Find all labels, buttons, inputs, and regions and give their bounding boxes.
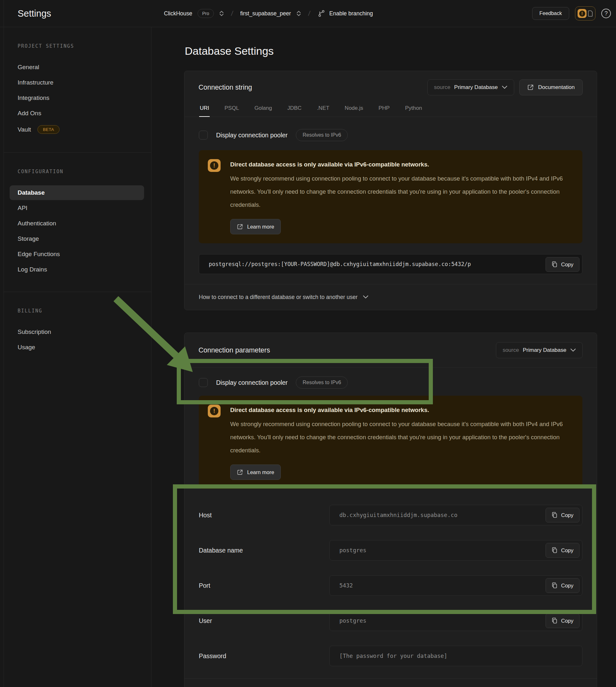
feedback-button[interactable]: Feedback bbox=[532, 7, 569, 20]
section-label-billing: BILLING bbox=[0, 308, 151, 314]
port-field[interactable]: 5432 Copy bbox=[329, 575, 582, 596]
copy-connection-string-button[interactable]: Copy bbox=[546, 257, 579, 272]
warning-icon: ! bbox=[208, 405, 221, 418]
sidebar-item-storage[interactable]: Storage bbox=[0, 231, 144, 246]
tab-python[interactable]: Python bbox=[404, 104, 423, 116]
connection-parameters-card: Connection parameters source Primary Dat… bbox=[184, 333, 597, 687]
param-row-user: User postgres Copy bbox=[199, 611, 582, 631]
port-value: 5432 bbox=[330, 576, 582, 595]
user-field[interactable]: postgres Copy bbox=[329, 611, 582, 631]
org-switcher-icon[interactable] bbox=[219, 10, 224, 17]
sidebar-item-add-ons[interactable]: Add Ons bbox=[0, 106, 144, 121]
project-switcher-icon[interactable] bbox=[296, 10, 301, 17]
password-label: Password bbox=[199, 652, 329, 660]
section-configuration: CONFIGURATION Database API Authenticatio… bbox=[0, 153, 151, 292]
connection-string-card: Connection string source Primary Databas… bbox=[184, 71, 597, 310]
param-row-port: Port 5432 Copy bbox=[199, 575, 582, 596]
git-branch-icon bbox=[317, 9, 326, 18]
sidebar-item-edge-functions[interactable]: Edge Functions bbox=[0, 247, 144, 262]
copy-icon bbox=[552, 512, 557, 518]
connection-string-tabs: URI PSQL Golang JDBC .NET Node.js PHP Py… bbox=[184, 104, 597, 117]
copy-database-name-button[interactable]: Copy bbox=[546, 543, 579, 558]
sidebar-item-vault[interactable]: Vault BETA bbox=[0, 121, 144, 138]
section-label-project-settings: PROJECT SETTINGS bbox=[0, 43, 151, 49]
tab-psql[interactable]: PSQL bbox=[224, 104, 240, 116]
top-header: Settings ClickHouse Pro / first_supabase… bbox=[0, 0, 616, 27]
chevron-down-icon bbox=[363, 295, 369, 299]
pooler-label: Display connection pooler bbox=[216, 132, 287, 139]
beta-badge: BETA bbox=[38, 125, 60, 134]
tab-jdbc[interactable]: JDBC bbox=[287, 104, 302, 116]
copy-icon bbox=[552, 618, 557, 624]
breadcrumb-separator: / bbox=[231, 9, 234, 17]
tab-nodejs[interactable]: Node.js bbox=[344, 104, 364, 116]
documentation-button[interactable]: Documentation bbox=[519, 80, 583, 95]
password-field[interactable]: [The password for your database] bbox=[329, 646, 582, 666]
database-name-field[interactable]: postgres Copy bbox=[329, 540, 582, 560]
breadcrumb-separator: / bbox=[308, 9, 311, 17]
external-link-icon bbox=[527, 84, 534, 91]
sidebar-item-subscription[interactable]: Subscription bbox=[0, 325, 144, 339]
alert-icon: ! bbox=[577, 9, 587, 18]
sidebar-item-usage[interactable]: Usage bbox=[0, 340, 144, 355]
tab-php[interactable]: PHP bbox=[378, 104, 390, 116]
pooler-label: Display connection pooler bbox=[216, 379, 287, 386]
sidebar-item-general[interactable]: General bbox=[0, 60, 144, 74]
source-select[interactable]: source Primary Database bbox=[496, 342, 583, 358]
page-title: Database Settings bbox=[185, 45, 597, 57]
database-settings-page: Settings ClickHouse Pro / first_supabase… bbox=[0, 0, 616, 687]
copy-user-button[interactable]: Copy bbox=[546, 613, 579, 628]
sidebar-item-api[interactable]: API bbox=[0, 201, 144, 216]
resolves-to-ipv6-badge: Resolves to IPv6 bbox=[296, 376, 348, 389]
host-label: Host bbox=[199, 512, 329, 519]
connection-string-value: postgresql://postgres:[YOUR-PASSWORD]@db… bbox=[199, 254, 582, 274]
sidebar-item-integrations[interactable]: Integrations bbox=[0, 91, 144, 105]
chevron-down-icon bbox=[570, 348, 576, 352]
copy-host-button[interactable]: Copy bbox=[546, 508, 579, 523]
display-connection-pooler-checkbox[interactable] bbox=[199, 131, 208, 139]
learn-more-button[interactable]: Learn more bbox=[230, 465, 281, 480]
connection-parameters-title: Connection parameters bbox=[198, 347, 270, 354]
copy-icon bbox=[552, 582, 557, 589]
connection-string-field[interactable]: postgresql://postgres:[YOUR-PASSWORD]@db… bbox=[199, 254, 582, 274]
help-icon[interactable]: ? bbox=[601, 9, 611, 18]
warning-title: Direct database access is only available… bbox=[230, 406, 570, 414]
resolves-to-ipv6-badge: Resolves to IPv6 bbox=[296, 129, 348, 141]
learn-more-button[interactable]: Learn more bbox=[230, 219, 281, 234]
breadcrumb: ClickHouse Pro / first_supabase_peer / E… bbox=[151, 9, 532, 18]
notifications-button[interactable]: ! bbox=[575, 6, 595, 21]
breadcrumb-org[interactable]: ClickHouse bbox=[164, 10, 193, 17]
external-link-icon bbox=[237, 224, 243, 230]
sidebar-item-infrastructure[interactable]: Infrastructure bbox=[0, 75, 144, 90]
copy-icon bbox=[552, 261, 557, 268]
host-field[interactable]: db.cxhygiuitamxhniiddjm.supabase.co Copy bbox=[329, 505, 582, 525]
sidebar-item-database[interactable]: Database bbox=[9, 185, 144, 200]
copy-icon bbox=[552, 547, 557, 554]
copy-port-button[interactable]: Copy bbox=[546, 578, 579, 593]
source-select[interactable]: source Primary Database bbox=[427, 80, 514, 95]
tab-dotnet[interactable]: .NET bbox=[316, 104, 330, 116]
section-project-settings: PROJECT SETTINGS General Infrastructure … bbox=[0, 27, 151, 152]
settings-sidebar: PROJECT SETTINGS General Infrastructure … bbox=[0, 27, 151, 687]
warning-icon: ! bbox=[208, 159, 221, 172]
section-divider bbox=[184, 678, 597, 687]
database-name-label: Database name bbox=[199, 547, 329, 554]
sidebar-item-log-drains[interactable]: Log Drains bbox=[0, 262, 144, 277]
main-content: Database Settings Connection string sour… bbox=[151, 27, 616, 687]
enable-branching-button[interactable]: Enable branching bbox=[317, 9, 373, 18]
param-row-password: Password [The password for your database… bbox=[199, 646, 582, 666]
section-billing: BILLING Subscription Usage bbox=[0, 292, 151, 370]
external-link-icon bbox=[237, 469, 243, 475]
tab-uri[interactable]: URI bbox=[199, 104, 210, 117]
ipv6-warning-banner: ! Direct database access is only availab… bbox=[199, 150, 582, 243]
display-connection-pooler-checkbox[interactable] bbox=[199, 378, 208, 387]
connect-help-expander[interactable]: How to connect to a different database o… bbox=[184, 284, 597, 310]
plan-badge: Pro bbox=[198, 9, 214, 18]
param-row-database-name: Database name postgres Copy bbox=[199, 540, 582, 560]
settings-title: Settings bbox=[0, 8, 151, 19]
warning-body: We strongly recommend using connection p… bbox=[230, 418, 570, 457]
tab-golang[interactable]: Golang bbox=[254, 104, 273, 116]
password-value: [The password for your database] bbox=[330, 646, 582, 666]
sidebar-item-authentication[interactable]: Authentication bbox=[0, 216, 144, 231]
breadcrumb-project[interactable]: first_supabase_peer bbox=[240, 10, 291, 17]
